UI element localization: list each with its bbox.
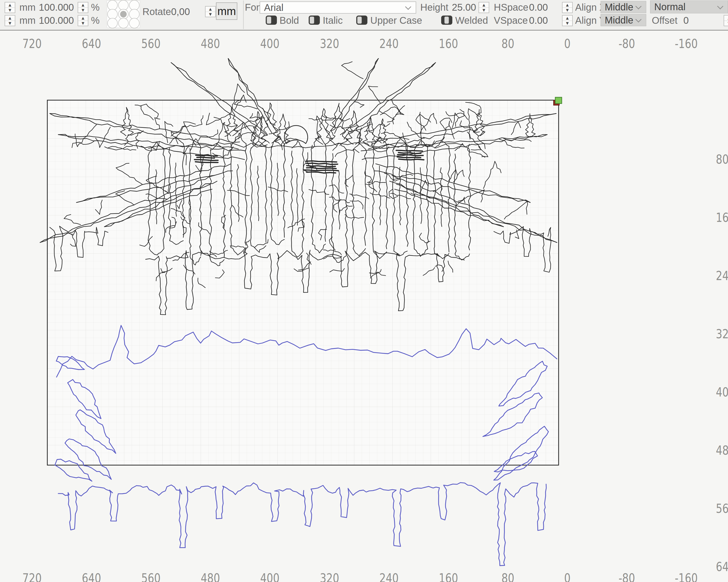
spinner-up-icon[interactable]: ▲: [5, 2, 15, 7]
align-x-value: Middle: [605, 2, 633, 12]
width-unit-label: mm: [19, 2, 36, 12]
spinner-up-icon[interactable]: ▲: [78, 2, 88, 7]
spinner-down-icon[interactable]: ▼: [724, 21, 728, 26]
spinner-down-icon[interactable]: ▼: [5, 7, 15, 13]
ruler-label: 160: [439, 36, 458, 51]
ruler-label: 0: [564, 36, 571, 51]
rotate-value[interactable]: 0,00: [171, 6, 190, 17]
ruler-label: 400: [260, 36, 280, 51]
unit-mm-button[interactable]: mm: [216, 2, 237, 20]
ruler-label: 560: [141, 36, 160, 51]
width-scale-value[interactable]: 100.000: [39, 2, 74, 12]
ruler-label: -160: [675, 36, 698, 51]
spinner-down-icon[interactable]: ▼: [563, 21, 572, 26]
offset-value[interactable]: 0: [683, 15, 689, 26]
align-y-value: Middle: [605, 15, 633, 26]
height-percent-label: %: [91, 15, 100, 26]
align-y-dropdown[interactable]: Middle: [601, 14, 646, 26]
height-scale-value[interactable]: 100.000: [39, 15, 74, 26]
upper-case-label: Upper Case: [370, 15, 422, 26]
height-unit-label: mm: [19, 15, 36, 26]
offset-spinner[interactable]: ▲▼: [724, 15, 728, 26]
italic-label: Italic: [323, 15, 343, 26]
text-height-spinner[interactable]: ▲▼: [478, 2, 489, 13]
hspace-value[interactable]: 0.00: [529, 2, 548, 12]
welded-toggle[interactable]: [441, 16, 452, 25]
rotate-spinner[interactable]: ▲▼: [205, 6, 216, 17]
font-combobox[interactable]: Arial: [260, 1, 416, 13]
height-percent-spinner[interactable]: ▲▼: [78, 15, 88, 26]
vspace-value[interactable]: 0.00: [529, 15, 548, 26]
spinner-up-icon[interactable]: ▲: [563, 2, 572, 7]
width-percent-spinner[interactable]: ▲▼: [78, 2, 88, 13]
width-percent-label: %: [91, 2, 100, 12]
spinner-up-icon[interactable]: ▲: [206, 6, 215, 11]
text-height-value[interactable]: 25.00: [452, 2, 476, 12]
upper-case-toggle[interactable]: [356, 16, 367, 25]
spinner-down-icon[interactable]: ▼: [206, 11, 215, 17]
spinner-up-icon[interactable]: ▲: [78, 16, 88, 21]
vspace-spinner[interactable]: ▲▼: [562, 15, 573, 26]
spinner-up-icon[interactable]: ▲: [563, 16, 572, 21]
chevron-down-icon[interactable]: [635, 3, 641, 9]
bold-toggle[interactable]: [266, 16, 277, 25]
spinner-down-icon[interactable]: ▼: [78, 21, 88, 26]
ruler-label: 480: [201, 36, 220, 51]
spinner-up-icon[interactable]: ▲: [479, 2, 489, 7]
ruler-label: 240: [379, 36, 398, 51]
toggle-knob[interactable]: [357, 17, 362, 24]
ruler-label: 80: [501, 36, 514, 51]
italic-toggle[interactable]: [309, 16, 320, 25]
welded-label: Welded: [455, 15, 488, 26]
ruler-label: 720: [22, 36, 42, 51]
spinner-down-icon[interactable]: ▼: [78, 7, 88, 13]
spinner-up-icon[interactable]: ▲: [5, 16, 15, 21]
ruler-label: 320: [320, 36, 339, 51]
spinner-up-icon[interactable]: ▲: [724, 16, 728, 21]
width-unit-spinner[interactable]: ▲▼: [5, 2, 15, 13]
style-dropdown[interactable]: Normal: [650, 0, 728, 13]
rotate-label: Rotate: [142, 6, 171, 17]
font-combobox-value: Arial: [264, 2, 283, 13]
style-value: Normal: [654, 1, 685, 12]
hspace-spinner[interactable]: ▲▼: [562, 2, 573, 13]
anchor-grid[interactable]: [107, 0, 140, 28]
bold-label: Bold: [280, 15, 299, 26]
resize-handle-green[interactable]: [555, 97, 562, 104]
chevron-down-icon[interactable]: [405, 4, 411, 10]
toggle-knob[interactable]: [267, 17, 271, 24]
toolbar: ▲▼ mm 100.000 ▲▼ % ▲▼ mm 100.000 ▲▼ % Ro…: [0, 0, 728, 31]
grid-major: [47, 100, 558, 465]
ruler-label: -80: [619, 36, 635, 51]
toggle-knob[interactable]: [444, 17, 449, 24]
spinner-down-icon[interactable]: ▼: [5, 21, 15, 26]
anchor-point[interactable]: [118, 18, 129, 28]
spinner-down-icon[interactable]: ▼: [563, 7, 572, 13]
chevron-down-icon[interactable]: [717, 3, 723, 9]
offset-label: Offset: [652, 15, 678, 26]
toggle-knob[interactable]: [310, 17, 314, 24]
spinner-down-icon[interactable]: ▼: [479, 7, 489, 13]
vspace-label: VSpace: [494, 15, 528, 26]
hspace-label: HSpace: [494, 2, 528, 12]
chevron-down-icon[interactable]: [635, 16, 641, 22]
anchor-point[interactable]: [107, 18, 118, 28]
design-canvas-svg[interactable]: [0, 58, 728, 582]
ruler-label: 640: [82, 36, 101, 51]
anchor-point[interactable]: [129, 18, 139, 28]
toolbar-separator: [243, 0, 244, 29]
text-height-label: Height: [420, 2, 448, 12]
align-x-dropdown[interactable]: Middle: [601, 1, 646, 13]
height-unit-spinner[interactable]: ▲▼: [5, 15, 15, 26]
